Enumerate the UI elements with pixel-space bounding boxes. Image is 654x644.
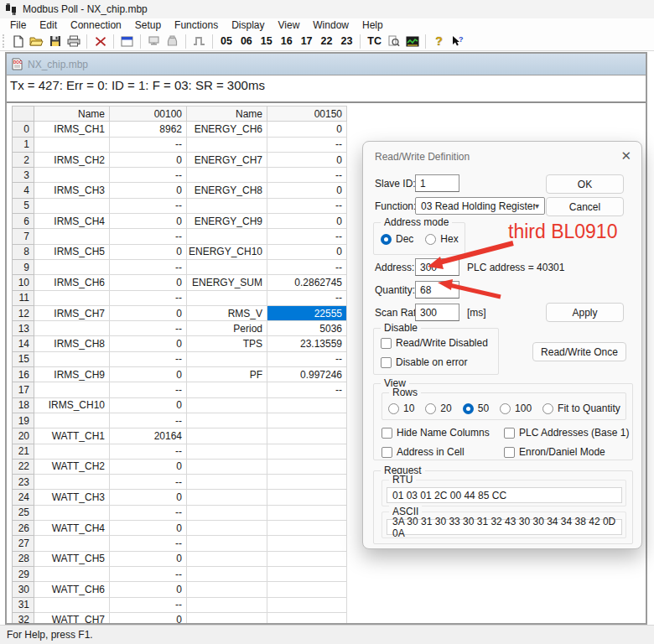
grid-cell[interactable]: -- (110, 351, 187, 366)
grid-cell[interactable]: -- (267, 382, 347, 397)
close-icon[interactable]: ✕ (620, 148, 631, 164)
grid-cell[interactable]: IRMS_CH10 (34, 397, 110, 413)
grid-cell[interactable]: IRMS_CH8 (34, 336, 110, 351)
pulse-button[interactable] (191, 34, 207, 49)
disable-checkbox-disable-on-error[interactable]: Disable on error (381, 356, 488, 368)
grid-cell[interactable]: IRMS_CH2 (34, 152, 110, 167)
grid-cell[interactable]: ENERGY_CH8 (187, 183, 267, 198)
grid-cell[interactable] (267, 397, 347, 413)
grid-cell[interactable]: 0.997246 (267, 367, 347, 382)
grid-cell[interactable]: ENERGY_SUM (187, 275, 267, 290)
grid-cell[interactable]: PF (187, 367, 267, 382)
grid-cell[interactable] (34, 259, 110, 274)
test-center-button[interactable]: TC (366, 34, 383, 49)
grid-cell[interactable]: 0 (267, 122, 347, 137)
grid-cell[interactable]: 0 (110, 336, 187, 351)
grid-cell[interactable] (187, 198, 267, 213)
function-code-button-22[interactable]: 22 (319, 35, 335, 47)
grid-cell[interactable]: 0 (110, 244, 187, 259)
display-setup-button[interactable] (119, 34, 135, 49)
grid-cell[interactable]: 0 (267, 244, 347, 259)
grid-cell[interactable] (187, 490, 267, 505)
grid-cell[interactable]: -- (267, 290, 347, 305)
grid-cell-selected[interactable]: 22555 (267, 305, 347, 320)
menu-item-window[interactable]: Window (306, 19, 356, 31)
grid-cell[interactable] (187, 475, 267, 490)
grid-cell[interactable] (267, 566, 347, 581)
grid-cell[interactable]: 0 (110, 367, 187, 382)
grid-cell[interactable]: -- (110, 321, 187, 336)
communication-traffic-button[interactable] (164, 34, 180, 49)
grid-cell[interactable]: Period (187, 321, 267, 336)
grid-cell[interactable] (267, 505, 347, 520)
communication-graph-button[interactable] (404, 34, 420, 49)
ok-button[interactable]: OK (546, 174, 624, 194)
grid-cell[interactable]: IRMS_CH5 (34, 244, 110, 259)
grid-cell[interactable] (187, 428, 267, 444)
rows-option-100[interactable]: 100 (500, 402, 532, 414)
grid-cell[interactable]: 0 (110, 397, 187, 413)
grid-cell[interactable] (267, 490, 347, 505)
context-help-button[interactable]: ? (449, 34, 465, 49)
grid-cell[interactable] (187, 168, 267, 183)
grid-cell[interactable] (267, 413, 347, 428)
grid-cell[interactable] (187, 505, 267, 520)
cancel-button[interactable]: Cancel (546, 197, 624, 216)
grid-cell[interactable]: TPS (187, 336, 267, 351)
rows-option-50[interactable]: 50 (463, 402, 489, 414)
view-checkbox-address-in-cell[interactable]: Address in Cell (382, 446, 504, 458)
grid-cell[interactable]: -- (110, 597, 187, 612)
find-button[interactable] (386, 34, 402, 49)
new-file-button[interactable] (10, 34, 26, 49)
grid-cell[interactable] (34, 536, 110, 551)
grid-cell[interactable] (267, 536, 347, 551)
function-code-button-16[interactable]: 16 (278, 35, 295, 47)
grid-cell[interactable]: ENERGY_CH7 (187, 152, 267, 167)
function-code-button-15[interactable]: 15 (258, 35, 275, 47)
grid-cell[interactable]: 0 (267, 152, 347, 167)
grid-cell[interactable] (187, 597, 267, 612)
grid-cell[interactable]: 0 (110, 214, 187, 229)
address-mode-option-dec[interactable]: Dec (381, 233, 413, 245)
grid-cell[interactable]: ENERGY_CH6 (187, 122, 267, 137)
grid-cell[interactable]: WATT_CH5 (34, 551, 110, 566)
grid-cell[interactable]: -- (110, 444, 187, 459)
grid-header-3[interactable]: Name (187, 106, 267, 122)
grid-cell[interactable] (34, 290, 110, 305)
grid-cell[interactable]: -- (267, 259, 347, 274)
grid-cell[interactable]: WATT_CH1 (34, 428, 110, 444)
grid-cell[interactable]: RMS_V (187, 305, 267, 320)
grid-cell[interactable] (267, 597, 347, 612)
grid-header-0[interactable] (13, 106, 34, 122)
grid-cell[interactable] (267, 428, 347, 444)
grid-cell[interactable] (187, 413, 267, 428)
grid-cell[interactable]: 0 (110, 521, 187, 536)
grid-cell[interactable] (267, 521, 347, 536)
grid-cell[interactable]: 0.2862745 (267, 275, 347, 290)
grid-cell[interactable]: WATT_CH3 (34, 490, 110, 505)
view-checkbox-plc-addresses-base-1-[interactable]: PLC Addresses (Base 1) (504, 427, 635, 439)
grid-cell[interactable]: IRMS_CH9 (34, 367, 110, 382)
grid-cell[interactable]: WATT_CH7 (34, 612, 110, 625)
rows-option-20[interactable]: 20 (425, 402, 451, 414)
rows-option-10[interactable]: 10 (388, 402, 414, 414)
apply-button[interactable]: Apply (546, 303, 624, 322)
grid-cell[interactable]: -- (110, 382, 187, 397)
grid-cell[interactable]: -- (110, 137, 187, 152)
address-mode-option-hex[interactable]: Hex (425, 233, 458, 245)
grid-cell[interactable]: 0 (110, 305, 187, 320)
grid-cell[interactable]: -- (110, 566, 187, 581)
grid-cell[interactable]: -- (267, 229, 347, 244)
grid-cell[interactable] (187, 566, 267, 581)
grid-cell[interactable] (34, 351, 110, 366)
grid-cell[interactable] (187, 612, 267, 625)
grid-cell[interactable] (187, 137, 267, 152)
menu-item-display[interactable]: Display (225, 19, 271, 31)
grid-cell[interactable]: -- (110, 536, 187, 551)
grid-cell[interactable]: 0 (110, 582, 187, 597)
grid-cell[interactable]: IRMS_CH3 (34, 183, 110, 198)
grid-cell[interactable] (187, 551, 267, 566)
grid-cell[interactable]: -- (110, 259, 187, 274)
grid-cell[interactable]: -- (110, 475, 187, 490)
grid-cell[interactable] (34, 382, 110, 397)
